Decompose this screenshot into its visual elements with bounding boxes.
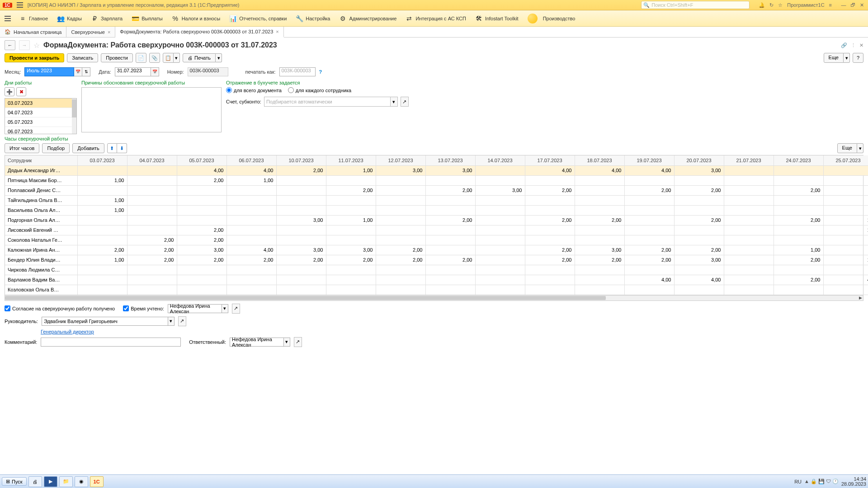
manager-input[interactable]: Эдвабник Валерий Григорьевич▾ [42, 317, 175, 326]
hours-cell[interactable] [823, 285, 868, 295]
hours-cell[interactable] [674, 235, 724, 245]
nav-item-3[interactable]: 💳Выплаты [127, 11, 167, 26]
print-button[interactable]: 🖨Печать▾ [183, 53, 222, 62]
hours-cell[interactable]: 2,00 [575, 215, 624, 225]
hours-cell[interactable] [624, 195, 674, 205]
nav-item-4[interactable]: %Налоги и взносы [167, 11, 225, 26]
hours-cell[interactable]: 3,00 [376, 165, 425, 175]
table-row[interactable]: Калюжная Ирина Ан…2,002,003,004,003,003,… [5, 245, 868, 255]
hours-cell[interactable] [674, 205, 724, 215]
help-icon[interactable]: ? [319, 69, 322, 75]
hamburger-icon[interactable] [17, 2, 23, 8]
hours-cell[interactable] [177, 205, 226, 215]
hours-cell[interactable] [575, 225, 624, 235]
hours-cell[interactable]: 2,00 [127, 235, 177, 245]
nav-back[interactable]: ← [5, 40, 15, 50]
hours-cell[interactable]: 2,00 [177, 235, 226, 245]
hours-cell[interactable] [77, 215, 127, 225]
hours-cell[interactable] [724, 215, 774, 225]
task-powershell[interactable]: ▶ [44, 476, 57, 487]
nav-item-9[interactable]: 🛠Infostart Toolkit [471, 11, 523, 26]
hours-cell[interactable]: 2,00 [525, 185, 575, 195]
nav-item-0[interactable]: ≡Главное [14, 11, 52, 26]
post-button[interactable]: Провести [101, 53, 133, 62]
hours-cell[interactable] [475, 285, 525, 295]
hours-cell[interactable]: 2,00 [774, 185, 823, 195]
hours-cell[interactable] [774, 265, 823, 275]
hours-cell[interactable] [226, 215, 276, 225]
open-icon[interactable]: ↗ [178, 316, 186, 326]
hours-cell[interactable] [525, 265, 575, 275]
hours-cell[interactable]: 2,00 [226, 255, 276, 265]
table-row[interactable]: Подгорная Ольга Ал…3,001,002,002,002,002… [5, 215, 868, 225]
hours-cell[interactable] [127, 275, 177, 285]
hours-cell[interactable]: 1,00 [77, 175, 127, 185]
hours-cell[interactable] [724, 275, 774, 285]
hours-cell[interactable] [475, 275, 525, 285]
hours-cell[interactable]: 2,00 [77, 245, 127, 255]
window-restore[interactable]: 🗗 [849, 2, 856, 8]
hours-cell[interactable] [425, 205, 475, 215]
hours-cell[interactable]: 4,00 [674, 275, 724, 285]
hours-cell[interactable] [276, 185, 326, 195]
col-date[interactable]: 13.07.2023 [425, 155, 475, 165]
hours-cell[interactable] [475, 225, 525, 235]
hours-cell[interactable]: 2,00 [525, 215, 575, 225]
hours-cell[interactable] [823, 235, 868, 245]
hours-cell[interactable] [525, 195, 575, 205]
hours-cell[interactable] [774, 195, 823, 205]
hours-cell[interactable] [575, 195, 624, 205]
hours-cell[interactable]: 2,00 [127, 255, 177, 265]
window-minimize[interactable]: — [840, 2, 847, 8]
days-list[interactable]: 03.07.202304.07.202305.07.202306.07.2023 [5, 98, 77, 134]
hours-cell[interactable]: 4,00 [624, 165, 674, 175]
hours-cell[interactable] [226, 225, 276, 235]
employee-cell[interactable]: Бендер Юлия Влади… [5, 255, 77, 265]
hours-cell[interactable] [624, 225, 674, 235]
table-row[interactable]: Поплавский Денис С…2,002,003,002,002,002… [5, 185, 868, 195]
col-date[interactable]: 19.07.2023 [624, 155, 674, 165]
hours-cell[interactable] [425, 235, 475, 245]
hours-cell[interactable]: 2,00 [525, 245, 575, 255]
hours-cell[interactable]: 1,00 [774, 245, 823, 255]
hours-cell[interactable]: 2,00 [177, 255, 226, 265]
help-button[interactable]: ? [853, 53, 863, 63]
hours-cell[interactable] [475, 175, 525, 185]
table-row[interactable]: Тайгильдина Ольга В…1,00 [5, 195, 868, 205]
col-date[interactable]: 06.07.2023 [226, 155, 276, 165]
hours-cell[interactable]: 4,00 [575, 165, 624, 175]
hours-cell[interactable] [177, 195, 226, 205]
tab-0[interactable]: 🏠Начальная страница [0, 27, 66, 37]
hours-cell[interactable] [724, 165, 774, 175]
hours-cell[interactable] [774, 225, 823, 235]
hours-cell[interactable] [77, 165, 127, 175]
hours-cell[interactable]: 2,00 [674, 185, 724, 195]
hours-cell[interactable] [226, 285, 276, 295]
spinner-icon[interactable]: ⇅ [82, 67, 90, 76]
hours-cell[interactable] [127, 215, 177, 225]
hours-cell[interactable] [823, 205, 868, 215]
employee-cell[interactable]: Пятница Максим Бор… [5, 175, 77, 185]
consent-checkbox[interactable]: Согласие на сверхурочную работу получено [5, 305, 115, 311]
responsible-input[interactable]: Нефедова Ирина Алексан▾ [230, 338, 290, 347]
hours-cell[interactable]: 4,00 [226, 245, 276, 255]
col-date[interactable]: 18.07.2023 [575, 155, 624, 165]
hours-cell[interactable] [77, 275, 127, 285]
hours-cell[interactable] [276, 235, 326, 245]
day-item[interactable]: 06.07.2023 [5, 127, 76, 134]
hours-cell[interactable] [127, 165, 177, 175]
hours-cell[interactable] [425, 275, 475, 285]
hours-cell[interactable] [425, 245, 475, 255]
tray-icon[interactable]: 🔒 [811, 479, 817, 484]
hours-cell[interactable] [774, 235, 823, 245]
hours-cell[interactable] [724, 175, 774, 185]
add-row-button[interactable]: Добавить [72, 143, 104, 153]
tab-1[interactable]: Сверхурочные× [66, 27, 115, 37]
table-row[interactable]: Чиркова Людмила С… [5, 265, 868, 275]
hours-cell[interactable] [425, 265, 475, 275]
col-date[interactable]: 20.07.2023 [674, 155, 724, 165]
hours-cell[interactable] [326, 285, 376, 295]
report-icon[interactable]: 📄 [136, 53, 146, 63]
table-row[interactable]: Бендер Юлия Влади…1,002,002,002,002,002,… [5, 255, 868, 265]
hours-cell[interactable] [177, 285, 226, 295]
